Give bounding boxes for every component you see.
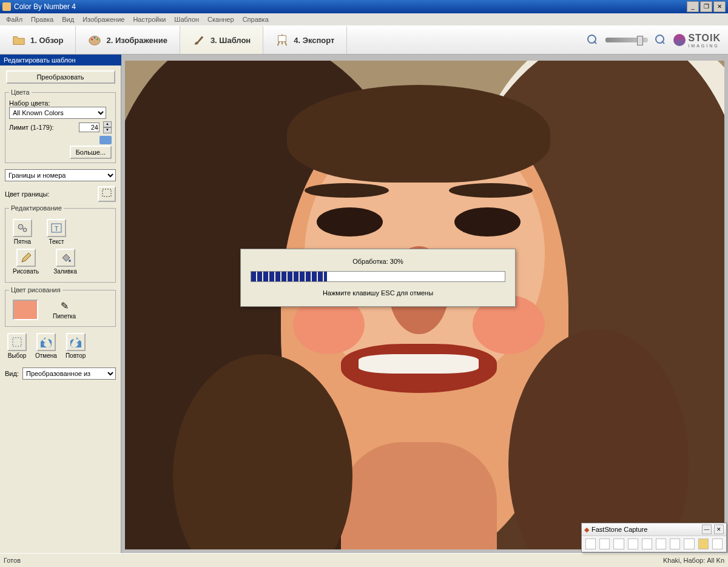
- svg-point-2: [94, 37, 96, 39]
- fs-capture-scroll[interactable]: [656, 538, 666, 549]
- editing-group: Редактирование Пятна T Текст Рисовать: [5, 204, 116, 283]
- borders-select[interactable]: Границы и номера: [5, 169, 116, 181]
- colorset-select[interactable]: All Known Colors: [9, 107, 106, 119]
- menu-edit[interactable]: Правка: [27, 15, 57, 24]
- status-right: Khaki, Набор: All Kn: [663, 557, 724, 564]
- canvas-image[interactable]: Обработка: 30% Нажмите клавишу ESC для о…: [125, 61, 724, 549]
- menu-image[interactable]: Изображение: [79, 15, 128, 24]
- colorset-label: Набор цвета:: [9, 99, 112, 107]
- fs-capture-freehand[interactable]: [628, 538, 638, 549]
- step-label: 3. Шаблон: [211, 36, 251, 45]
- zoom-in-icon[interactable]: [655, 35, 666, 45]
- fs-record[interactable]: [684, 538, 694, 549]
- view-select[interactable]: Преобразованное из: [22, 367, 116, 380]
- faststone-close[interactable]: ✕: [714, 525, 724, 534]
- fs-capture-rect[interactable]: [613, 538, 624, 549]
- fs-output[interactable]: [712, 538, 723, 549]
- text-icon: T: [50, 222, 62, 234]
- faststone-minimize[interactable]: —: [702, 525, 712, 534]
- undo-icon: [41, 337, 52, 347]
- menu-view[interactable]: Вид: [58, 15, 78, 24]
- tool-text[interactable]: T Текст: [47, 219, 66, 245]
- panel-header: Редактировать шаблон: [0, 55, 121, 65]
- fs-capture-window[interactable]: [599, 538, 610, 549]
- step-label: 4. Экспорт: [294, 36, 334, 45]
- transform-button[interactable]: Преобразовать: [6, 70, 115, 84]
- swirl-icon: [673, 34, 686, 46]
- svg-rect-5: [103, 189, 111, 196]
- faststone-title: FastStone Capture: [592, 526, 647, 533]
- more-icon: [99, 136, 112, 144]
- tool-select[interactable]: Выбор: [7, 333, 27, 359]
- tool-undo[interactable]: Отмена: [35, 333, 57, 359]
- tool-fill[interactable]: Заливка: [53, 249, 77, 275]
- tool-spots[interactable]: Пятна: [13, 219, 32, 245]
- brush-icon: [192, 33, 206, 47]
- svg-point-1: [91, 39, 93, 41]
- drawcolor-group: Цвет рисования ✎ Пипетка: [5, 286, 116, 327]
- progress-cancel-hint: Нажмите клавишу ESC для отмены: [251, 289, 505, 297]
- easel-icon: [275, 33, 289, 47]
- step-image[interactable]: 2. Изображение: [76, 26, 180, 54]
- maximize-button[interactable]: ❐: [700, 1, 712, 12]
- border-color-label: Цвет границы:: [5, 190, 49, 198]
- menu-scanner[interactable]: Сканнер: [204, 15, 238, 24]
- pencil-icon: [20, 252, 32, 264]
- menu-template[interactable]: Шаблон: [170, 15, 203, 24]
- border-color-button[interactable]: [98, 186, 116, 202]
- tool-redo[interactable]: Повтор: [66, 333, 86, 359]
- close-button[interactable]: ✕: [713, 1, 726, 12]
- fs-capture-fixed[interactable]: [670, 538, 680, 549]
- select-icon: [12, 337, 22, 347]
- faststone-window[interactable]: ◆ FastStone Capture — ✕: [581, 523, 727, 552]
- svg-point-3: [97, 39, 99, 41]
- step-overview[interactable]: 1. Обзор: [0, 26, 76, 54]
- limit-input[interactable]: [79, 122, 99, 132]
- spots-icon: [16, 222, 29, 234]
- progress-label: Обработка: 30%: [251, 258, 505, 265]
- fs-capture-full[interactable]: [642, 538, 652, 549]
- view-label: Вид:: [5, 370, 19, 377]
- svg-rect-4: [278, 36, 286, 42]
- svg-text:T: T: [55, 225, 59, 232]
- svg-point-6: [18, 224, 23, 229]
- progress-dialog: Обработка: 30% Нажмите клавишу ESC для о…: [240, 249, 516, 307]
- folder-icon: [12, 33, 25, 47]
- status-left: Готов: [4, 557, 21, 564]
- colors-group: Цвета Набор цвета: All Known Colors Лими…: [5, 89, 116, 163]
- minimize-button[interactable]: _: [687, 1, 699, 12]
- svg-point-10: [69, 260, 71, 262]
- faststone-toolbar: [582, 536, 726, 552]
- limit-spinner[interactable]: ▲▼: [103, 121, 112, 133]
- menu-help[interactable]: Справка: [239, 15, 272, 24]
- progress-bar: [251, 271, 505, 282]
- step-label: 2. Изображение: [106, 36, 167, 45]
- tool-pipette[interactable]: ✎ Пипетка: [53, 300, 76, 320]
- redo-icon: [70, 337, 81, 347]
- step-export[interactable]: 4. Экспорт: [263, 26, 347, 54]
- zoom-out-icon[interactable]: [587, 35, 598, 45]
- more-button[interactable]: Больше...: [70, 146, 112, 159]
- limit-label: Лимит (1-179):: [9, 124, 54, 131]
- zoom-slider[interactable]: [605, 38, 648, 42]
- bucket-icon: [59, 252, 72, 264]
- menubar: Файл Правка Вид Изображение Настройки Ша…: [0, 13, 728, 25]
- tool-draw[interactable]: Рисовать: [13, 249, 39, 275]
- menu-settings[interactable]: Настройки: [129, 15, 169, 24]
- statusbar: Готов Khaki, Набор: All Kn: [0, 553, 728, 567]
- canvas-area: Обработка: 30% Нажмите клавишу ESC для о…: [121, 55, 728, 553]
- fs-capture-active[interactable]: [585, 538, 596, 549]
- faststone-icon: ◆: [584, 526, 589, 534]
- brand-logo: STOIKIMAGING: [673, 33, 721, 48]
- drawcolor-legend: Цвет рисования: [9, 286, 62, 294]
- current-color-swatch[interactable]: [13, 300, 38, 320]
- sidebar: Преобразовать Цвета Набор цвета: All Kno…: [0, 65, 121, 553]
- editing-legend: Редактирование: [9, 204, 64, 212]
- fs-settings[interactable]: [698, 538, 709, 549]
- menu-file[interactable]: Файл: [2, 15, 26, 24]
- step-tabs: 1. Обзор 2. Изображение 3. Шаблон 4. Экс…: [0, 25, 728, 55]
- step-template[interactable]: 3. Шаблон: [180, 26, 263, 54]
- colors-legend: Цвета: [9, 89, 32, 96]
- step-label: 1. Обзор: [30, 36, 63, 45]
- titlebar: Color By Number 4 _ ❐ ✕: [0, 0, 728, 13]
